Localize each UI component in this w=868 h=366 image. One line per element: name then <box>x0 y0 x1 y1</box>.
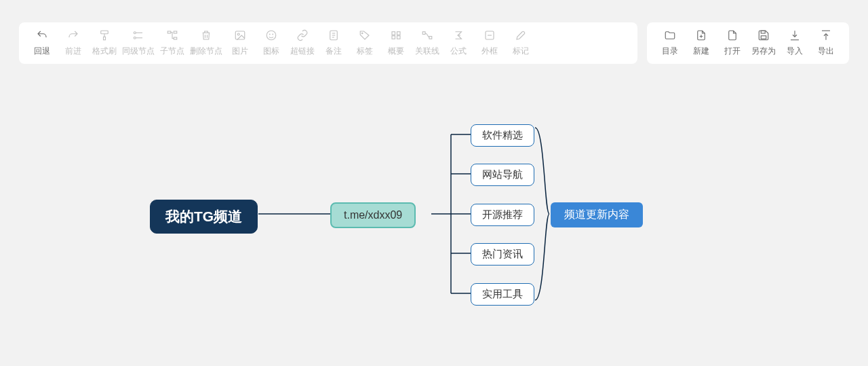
svg-point-9 <box>134 37 136 39</box>
toolbar-button-label: 外框 <box>481 45 498 57</box>
export-button[interactable]: 导出 <box>812 29 840 57</box>
svg-rect-15 <box>235 31 245 39</box>
formula-button[interactable]: 公式 <box>445 29 472 57</box>
format-painter-icon <box>98 29 111 41</box>
export-icon <box>820 29 832 41</box>
svg-point-17 <box>267 31 276 40</box>
frame-icon <box>484 29 496 41</box>
toolbar-button-label: 图标 <box>263 45 279 57</box>
redo-button[interactable]: 前进 <box>60 29 87 57</box>
mark-icon <box>515 29 527 41</box>
save-as-icon <box>757 29 770 41</box>
toolbar-button-label: 新建 <box>693 45 709 57</box>
toolbar-button-label: 同级节点 <box>122 45 155 57</box>
svg-rect-28 <box>397 36 401 39</box>
mindmap-level2-node-1[interactable]: 网站导航 <box>471 164 534 186</box>
summary-button[interactable]: 概要 <box>382 29 410 57</box>
redo-icon <box>67 29 79 41</box>
new-file-icon <box>695 29 707 41</box>
open-file-icon <box>726 29 738 41</box>
toolbar-button-label: 打开 <box>724 45 741 57</box>
format-painter-button[interactable]: 格式刷 <box>91 29 118 57</box>
svg-rect-13 <box>174 31 177 33</box>
image-icon <box>234 29 246 41</box>
svg-point-19 <box>273 34 273 35</box>
note-icon <box>328 29 340 41</box>
toolbar-button-label: 回退 <box>34 45 50 57</box>
node-text: 实用工具 <box>482 288 523 301</box>
svg-point-24 <box>362 33 363 34</box>
svg-rect-6 <box>101 31 108 34</box>
delete-node-icon <box>200 29 212 41</box>
mindmap-level2-node-4[interactable]: 实用工具 <box>471 283 534 306</box>
import-button[interactable]: 导入 <box>781 29 808 57</box>
relation-line-button[interactable]: 关联线 <box>414 29 441 57</box>
tag-button[interactable]: 标签 <box>351 29 378 57</box>
open-file-button[interactable]: 打开 <box>719 29 746 57</box>
frame-button[interactable]: 外框 <box>476 29 503 57</box>
svg-point-16 <box>237 33 239 35</box>
toolbar-button-label: 备注 <box>326 45 342 57</box>
svg-rect-14 <box>174 37 177 39</box>
svg-rect-29 <box>422 32 425 35</box>
folder-icon <box>664 29 676 41</box>
smiley-button[interactable]: 图标 <box>258 29 285 57</box>
mindmap-level1-node[interactable]: t.me/xdxx09 <box>330 202 416 228</box>
node-text: 开源推荐 <box>482 208 523 221</box>
undo-button[interactable]: 回退 <box>28 29 56 57</box>
toolbar-main: 回退前进格式刷同级节点子节点删除节点图片图标超链接备注标签概要关联线公式外框标记 <box>19 22 637 64</box>
undo-icon <box>36 29 48 41</box>
mindmap-level2-node-3[interactable]: 热门资讯 <box>471 243 534 266</box>
svg-rect-25 <box>392 32 395 35</box>
toolbar-button-label: 另存为 <box>751 45 776 57</box>
tag-icon <box>359 29 371 41</box>
link-button[interactable]: 超链接 <box>289 29 316 57</box>
toolbar-row: 回退前进格式刷同级节点子节点删除节点图片图标超链接备注标签概要关联线公式外框标记… <box>19 22 849 64</box>
import-icon <box>789 29 801 41</box>
formula-icon <box>452 29 465 41</box>
note-button[interactable]: 备注 <box>320 29 347 57</box>
svg-point-8 <box>134 32 136 34</box>
toolbar-button-label: 关联线 <box>415 45 439 57</box>
child-node-button[interactable]: 子节点 <box>159 29 186 57</box>
mindmap-summary-node[interactable]: 频道更新内容 <box>551 202 643 227</box>
svg-point-18 <box>269 34 270 35</box>
toolbar-button-label: 格式刷 <box>92 45 117 57</box>
save-as-button[interactable]: 另存为 <box>750 29 777 57</box>
node-text: 我的TG频道 <box>165 207 242 226</box>
node-text: 软件精选 <box>482 129 523 142</box>
image-button[interactable]: 图片 <box>226 29 254 57</box>
svg-rect-7 <box>104 37 106 40</box>
toolbar-file: 目录新建打开另存为导入导出 <box>647 22 849 64</box>
toolbar-button-label: 导出 <box>818 45 834 57</box>
toolbar-button-label: 图片 <box>232 45 248 57</box>
toolbar-button-label: 删除节点 <box>190 45 222 57</box>
mindmap-root-node[interactable]: 我的TG频道 <box>150 200 258 234</box>
child-node-icon <box>166 29 178 41</box>
mark-button[interactable]: 标记 <box>507 29 534 57</box>
node-text: t.me/xdxx09 <box>344 209 402 221</box>
delete-node-button[interactable]: 删除节点 <box>190 29 222 57</box>
relation-line-icon <box>421 29 433 41</box>
toolbar-button-label: 导入 <box>787 45 803 57</box>
toolbar-button-label: 超链接 <box>290 45 315 57</box>
summary-icon <box>390 29 402 41</box>
folder-button[interactable]: 目录 <box>656 29 684 57</box>
mindmap-level2-node-2[interactable]: 开源推荐 <box>471 204 534 226</box>
sibling-node-icon <box>132 29 144 41</box>
svg-rect-35 <box>761 31 765 33</box>
toolbar-button-label: 子节点 <box>160 45 184 57</box>
new-file-button[interactable]: 新建 <box>688 29 715 57</box>
toolbar-button-label: 公式 <box>450 45 467 57</box>
svg-rect-34 <box>761 36 766 39</box>
toolbar-button-label: 概要 <box>388 45 404 57</box>
toolbar-button-label: 标记 <box>513 45 529 57</box>
sibling-node-button[interactable]: 同级节点 <box>122 29 155 57</box>
node-text: 网站导航 <box>482 168 523 181</box>
toolbar-button-label: 目录 <box>662 45 678 57</box>
svg-rect-26 <box>392 36 395 39</box>
toolbar-button-label: 前进 <box>65 45 81 57</box>
svg-rect-27 <box>397 32 401 35</box>
mindmap-level2-node-0[interactable]: 软件精选 <box>471 124 534 147</box>
svg-rect-30 <box>429 37 432 39</box>
